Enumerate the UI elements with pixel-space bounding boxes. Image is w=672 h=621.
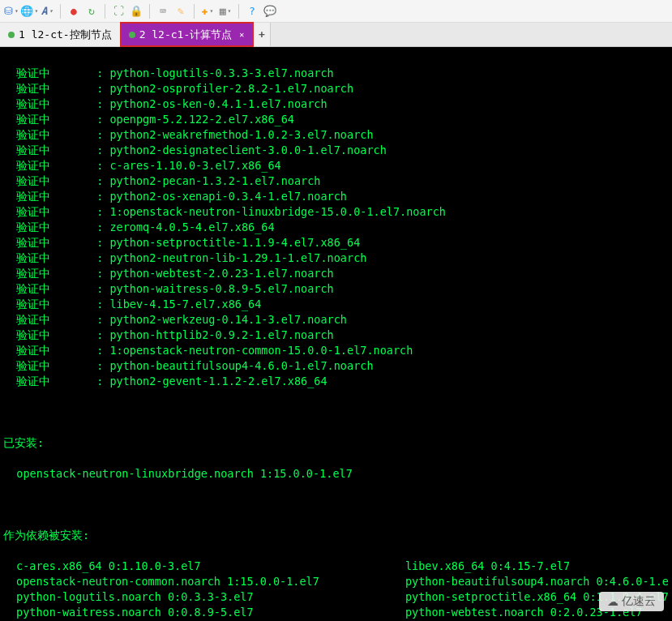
tabbar: 1 l2-ct-控制节点 2 l2-c1-计算节点 ✕ + bbox=[0, 23, 672, 47]
font-icon[interactable]: A bbox=[41, 5, 54, 18]
verify-row: 验证中 : python2-os-xenapi-0.3.4-1.el7.noar… bbox=[3, 189, 669, 204]
lock-icon[interactable]: 🔒 bbox=[130, 5, 143, 18]
verify-row: 验证中 : 1:openstack-neutron-linuxbridge-15… bbox=[3, 204, 669, 220]
toolbar-separator bbox=[238, 4, 239, 19]
verify-row: 验证中 : 1:openstack-neutron-common-15.0.0-… bbox=[3, 343, 669, 358]
tab-control-node[interactable]: 1 l2-ct-控制节点 bbox=[0, 23, 121, 46]
new-icon[interactable]: ✚ bbox=[201, 5, 214, 18]
toolbar-separator bbox=[149, 4, 150, 19]
verify-row: 验证中 : python2-neutron-lib-1.29.1-1.el7.n… bbox=[3, 251, 669, 266]
verify-row: 验证中 : python-logutils-0.3.3-3.el7.noarch bbox=[3, 66, 669, 81]
deps-header: 作为依赖被安装: bbox=[3, 528, 669, 543]
toolbar-separator bbox=[105, 4, 105, 19]
refresh-icon[interactable]: ↻ bbox=[85, 5, 98, 18]
watermark: ☁ 亿速云 bbox=[599, 592, 664, 611]
verify-row: 验证中 : python2-osprofiler-2.8.2-1.el7.noa… bbox=[3, 81, 669, 96]
help-icon[interactable]: ? bbox=[246, 5, 259, 18]
verify-row: 验证中 : python2-designateclient-3.0.0-1.el… bbox=[3, 143, 669, 158]
installed-header: 已安装: bbox=[3, 435, 669, 451]
dep-package: python-beautifulsoup4.noarch 0:4.6.0-1.e bbox=[405, 574, 669, 589]
tab-compute-node[interactable]: 2 l2-c1-计算节点 ✕ bbox=[121, 23, 254, 46]
verify-row: 验证中 : python2-os-ken-0.4.1-1.el7.noarch bbox=[3, 96, 669, 112]
dep-package: libev.x86_64 0:4.15-7.el7 bbox=[405, 559, 669, 574]
cloud-icon: ☁ bbox=[607, 595, 618, 608]
toolbar-separator bbox=[194, 4, 195, 19]
keyboard-icon[interactable]: ⌨ bbox=[156, 5, 169, 18]
verify-row: 验证中 : zeromq-4.0.5-4.el7.x86_64 bbox=[3, 220, 669, 235]
toolbar-separator bbox=[60, 4, 61, 19]
record-icon[interactable]: ● bbox=[67, 5, 80, 18]
highlighter-icon[interactable]: ✎ bbox=[174, 5, 187, 18]
dep-package: c-ares.x86_64 0:1.10.0-3.el7 bbox=[16, 559, 405, 574]
dep-package: openstack-neutron-common.noarch 1:15.0.0… bbox=[16, 574, 405, 589]
verify-row: 验证中 : c-ares-1.10.0-3.el7.x86_64 bbox=[3, 158, 669, 173]
installed-package: openstack-neutron-linuxbridge.noarch 1:1… bbox=[3, 466, 669, 482]
deps-columns: c-ares.x86_64 0:1.10.0-3.el7openstack-ne… bbox=[3, 559, 669, 621]
verify-row: 验证中 : python-waitress-0.8.9-5.el7.noarch bbox=[3, 281, 669, 297]
verify-row: 验证中 : python2-werkzeug-0.14.1-3.el7.noar… bbox=[3, 312, 669, 328]
chat-icon[interactable]: 💬 bbox=[263, 5, 276, 18]
verify-row: 验证中 : python-httplib2-0.9.2-1.el7.noarch bbox=[3, 328, 669, 343]
database-icon[interactable]: ⛁ bbox=[5, 5, 18, 18]
dep-package: python-logutils.noarch 0:0.3.3-3.el7 bbox=[16, 589, 405, 605]
tab-add[interactable]: + bbox=[253, 23, 271, 46]
tab-label: 2 l2-c1-计算节点 bbox=[139, 28, 233, 42]
verify-row: 验证中 : python2-pecan-1.3.2-1.el7.noarch bbox=[3, 173, 669, 189]
verify-row: 验证中 : python2-gevent-1.1.2-2.el7.x86_64 bbox=[3, 374, 669, 389]
terminal-output[interactable]: 验证中 : python-logutils-0.3.3-3.el7.noarch… bbox=[0, 47, 672, 621]
verify-row: 验证中 : libev-4.15-7.el7.x86_64 bbox=[3, 297, 669, 312]
close-icon[interactable]: ✕ bbox=[239, 30, 244, 39]
layout-icon[interactable]: ▦ bbox=[219, 5, 232, 18]
verify-row: 验证中 : openpgm-5.2.122-2.el7.x86_64 bbox=[3, 112, 669, 127]
status-dot-icon bbox=[129, 32, 135, 38]
verify-row: 验证中 : python2-weakrefmethod-1.0.2-3.el7.… bbox=[3, 127, 669, 143]
verify-row: 验证中 : python-beautifulsoup4-4.6.0-1.el7.… bbox=[3, 358, 669, 374]
verify-row: 验证中 : python-setproctitle-1.1.9-4.el7.x8… bbox=[3, 235, 669, 251]
tab-label: 1 l2-ct-控制节点 bbox=[19, 28, 112, 42]
status-dot-icon bbox=[8, 32, 15, 38]
fullscreen-icon[interactable]: ⛶ bbox=[112, 5, 125, 18]
globe-icon[interactable]: 🌐 bbox=[23, 5, 36, 18]
dep-package: python-waitress.noarch 0:0.8.9-5.el7 bbox=[16, 605, 405, 620]
verify-row: 验证中 : python-webtest-2.0.23-1.el7.noarch bbox=[3, 266, 669, 281]
toolbar: ⛁ 🌐 A ● ↻ ⛶ 🔒 ⌨ ✎ ✚ ▦ ? 💬 bbox=[0, 0, 672, 23]
